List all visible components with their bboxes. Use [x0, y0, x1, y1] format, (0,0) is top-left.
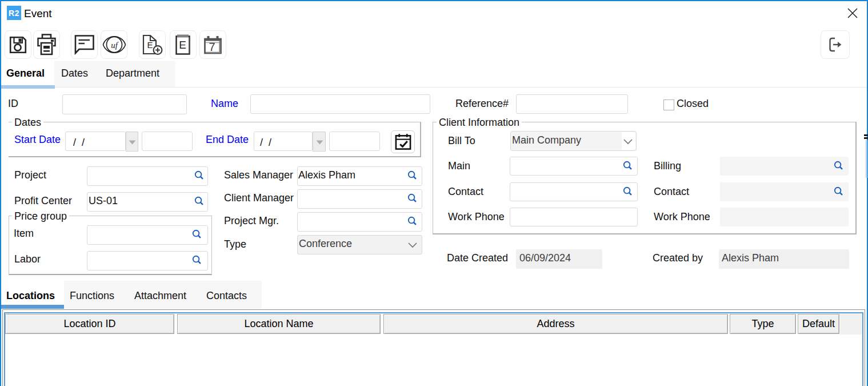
svg-text:7: 7 — [209, 41, 215, 53]
svg-text:E: E — [147, 40, 153, 50]
svg-text:E: E — [179, 39, 186, 51]
svg-text:uf: uf — [111, 41, 119, 50]
